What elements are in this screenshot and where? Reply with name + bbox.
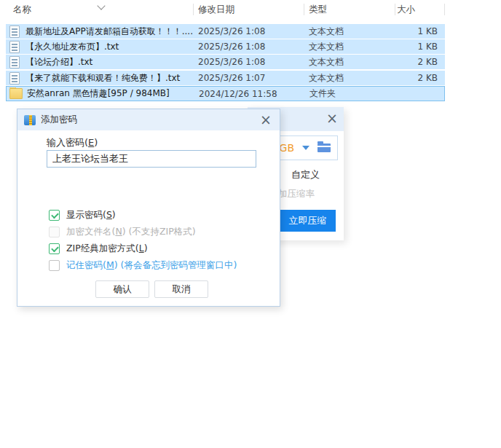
checkbox-zip-classic-encryption[interactable]: ZIP经典加密方式(L) <box>49 243 148 254</box>
file-row[interactable]: 【永久地址发布页】.txt 2025/3/26 1:08 文本文档 1 KB <box>6 39 445 54</box>
close-icon[interactable]: × <box>324 111 340 127</box>
file-date: 2025/3/26 1:08 <box>194 26 304 36</box>
file-date: 2025/3/26 1:08 <box>194 57 304 67</box>
checkbox-checked-icon[interactable] <box>49 210 60 221</box>
checkbox-label: 加密文件名(N) (不支持ZIP格式) <box>66 226 196 238</box>
column-header-size[interactable]: 大小 <box>395 0 445 19</box>
chevron-down-icon <box>302 146 309 150</box>
column-header-date-label: 修改日期 <box>198 4 234 16</box>
compression-ratio-label: 加压缩率 <box>278 188 315 200</box>
browse-folder-icon[interactable] <box>317 144 331 152</box>
file-size: 2 KB <box>395 57 438 67</box>
cancel-button[interactable]: 取消 <box>154 280 208 298</box>
dialog-titlebar: 添加密码 × <box>17 109 280 130</box>
file-name: 最新地址及APP请发邮箱自动获取！！！.... <box>25 25 193 38</box>
checkbox-remember-password[interactable]: 记住密码(M) (将会备忘到密码管理窗口中) <box>49 259 237 271</box>
label-text: 输入密码( <box>47 137 88 148</box>
file-size: 2 KB <box>395 73 438 83</box>
file-name-cell: 【来了就能下载和观看！纯免费！】.txt <box>6 72 194 85</box>
zip-archive-icon <box>24 115 36 125</box>
sort-ascending-icon <box>97 1 105 9</box>
compress-now-button[interactable]: 立即压缩 <box>280 210 336 232</box>
text-file-icon <box>9 41 20 53</box>
checkbox-show-password[interactable]: 显示密码(S) <box>49 209 116 221</box>
checkbox-disabled-icon <box>49 227 60 237</box>
checkbox-label: 显示密码(S) <box>66 209 116 221</box>
file-type: 文件夹 <box>305 87 396 100</box>
text-file-icon <box>9 72 20 85</box>
file-type: 文本文档 <box>304 25 395 38</box>
file-row-selected[interactable]: 安然anran 黑色情趣[95P / 984MB] 2024/12/26 11:… <box>6 86 445 101</box>
checkbox-encrypt-filenames: 加密文件名(N) (不支持ZIP格式) <box>49 226 196 237</box>
file-row[interactable]: 【论坛介绍】.txt 2025/3/26 1:08 文本文档 2 KB <box>6 55 445 69</box>
custom-option[interactable]: 自定义 <box>291 168 320 181</box>
file-name-cell: 安然anran 黑色情趣[95P / 984MB] <box>7 87 194 100</box>
confirm-button[interactable]: 确认 <box>95 280 149 298</box>
column-header-name-label: 名称 <box>13 4 31 16</box>
text-file-icon <box>9 56 20 68</box>
file-row[interactable]: 【来了就能下载和观看！纯免费！】.txt 2025/3/26 1:07 文本文档… <box>6 71 445 85</box>
file-name: 【论坛介绍】.txt <box>25 56 92 68</box>
file-date: 2024/12/26 11:58 <box>194 89 305 99</box>
label-text: ) <box>94 137 98 148</box>
add-password-dialog: 添加密码 × 输入密码(E) 显示密码(S) 加密文件名(N) (不支持ZIP格… <box>17 109 280 307</box>
file-size: 1 KB <box>395 26 438 36</box>
column-header-type-label: 类型 <box>309 4 327 16</box>
file-date: 2025/3/26 1:07 <box>194 73 304 83</box>
file-name-cell: 最新地址及APP请发邮箱自动获取！！！.... <box>6 25 194 38</box>
file-row[interactable]: 最新地址及APP请发邮箱自动获取！！！.... 2025/3/26 1:08 文… <box>6 24 445 39</box>
column-header-date[interactable]: 修改日期 <box>194 0 304 19</box>
file-type: 文本文档 <box>304 56 395 68</box>
file-date: 2025/3/26 1:08 <box>194 42 304 52</box>
checkbox-checked-icon[interactable] <box>49 243 60 254</box>
file-name-cell: 【论坛介绍】.txt <box>6 56 194 68</box>
column-header-size-label: 大小 <box>397 4 415 16</box>
checkbox-unchecked-icon[interactable] <box>49 260 60 271</box>
file-type: 文本文档 <box>304 72 395 85</box>
dialog-title: 添加密码 <box>41 114 77 126</box>
checkbox-label: 记住密码(M) (将会备忘到密码管理窗口中) <box>66 259 237 272</box>
text-file-icon <box>9 25 20 38</box>
folder-icon <box>9 88 23 99</box>
file-name-cell: 【永久地址发布页】.txt <box>6 41 194 53</box>
file-size: 1 KB <box>395 42 438 52</box>
size-unit-label: GB <box>280 142 294 154</box>
column-header-name[interactable]: 名称 <box>6 0 194 19</box>
file-list: 名称 修改日期 类型 大小 最新地址及APP请发邮箱自动获取！！！.... 20… <box>6 0 451 19</box>
checkbox-label: ZIP经典加密方式(L) <box>66 243 148 255</box>
close-icon[interactable]: × <box>258 111 274 127</box>
file-name: 【来了就能下载和观看！纯免费！】.txt <box>25 72 180 85</box>
file-type: 文本文档 <box>304 41 395 53</box>
password-input-label: 输入密码(E) <box>47 136 98 149</box>
file-name: 安然anran 黑色情趣[95P / 984MB] <box>27 87 170 100</box>
file-list-header: 名称 修改日期 类型 大小 <box>6 0 451 19</box>
file-name: 【永久地址发布页】.txt <box>25 41 119 53</box>
column-header-type[interactable]: 类型 <box>304 0 395 19</box>
password-input[interactable] <box>47 150 256 168</box>
